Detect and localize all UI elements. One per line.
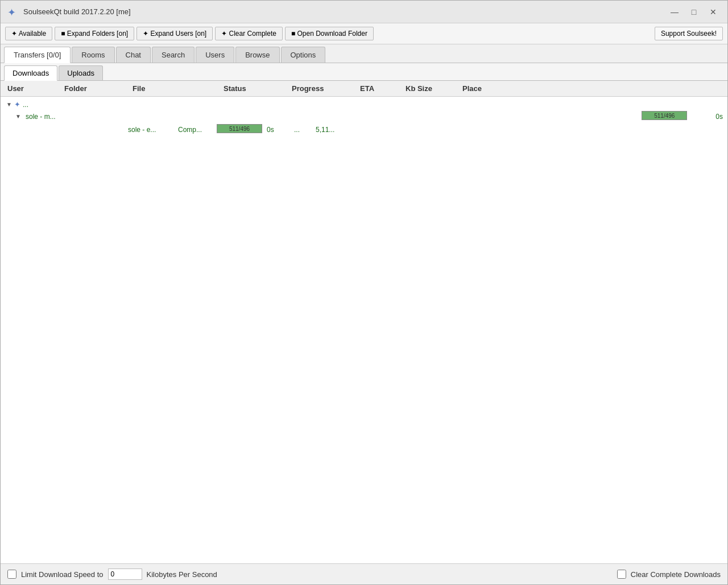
main-tabs: Transfers [0/0] Rooms Chat Search Users … (1, 44, 727, 63)
speed-value-input[interactable] (108, 568, 142, 580)
content-area: Downloads Uploads User Folder File Statu… (1, 63, 727, 563)
download-list: ▼ ✦ ... ▼ sole - m... 511/496 (1, 97, 727, 563)
clear-complete-checkbox[interactable] (617, 570, 626, 579)
tab-options[interactable]: Options (281, 47, 326, 63)
maximize-button[interactable]: □ (686, 5, 701, 19)
tab-search[interactable]: Search (152, 47, 195, 63)
tab-transfers[interactable]: Transfers [0/0] (4, 47, 71, 63)
app-icon: ✦ (7, 6, 19, 18)
sub-tab-uploads[interactable]: Uploads (59, 65, 103, 80)
col-folder: Folder (62, 83, 130, 94)
file-eta: 0s (267, 126, 289, 134)
progress-label: 511/496 (642, 112, 686, 120)
speed-unit-label: Kilobytes Per Second (147, 570, 217, 579)
tab-chat[interactable]: Chat (116, 47, 151, 63)
expand-users-button[interactable]: ✦ Expand Users [on] (136, 27, 213, 40)
table-row[interactable]: sole - e... Comp... 511/496 0s ... 5,11.… (5, 123, 723, 136)
support-button[interactable]: Support Soulseek! (655, 27, 723, 40)
table-row[interactable]: ▼ sole - m... 511/496 0s (5, 110, 723, 123)
window-controls: — □ ✕ (667, 5, 721, 19)
table-row[interactable]: ▼ ✦ ... (5, 99, 723, 110)
file-kbsize: ... (294, 126, 311, 134)
col-user: User (5, 83, 62, 94)
minimize-button[interactable]: — (667, 5, 682, 19)
eta-label: 0s (715, 113, 723, 121)
title-bar: ✦ SoulseekQt build 2017.2.20 [me] — □ ✕ (1, 1, 727, 23)
main-window: ✦ SoulseekQt build 2017.2.20 [me] — □ ✕ … (0, 0, 728, 585)
table-header: User Folder File Status Progress ETA Kb … (1, 81, 727, 97)
available-button[interactable]: ✦ Available (5, 27, 52, 40)
col-progress: Progress (289, 83, 358, 94)
clear-complete-button[interactable]: ✦ Clear Complete (215, 27, 283, 40)
limit-speed-label: Limit Download Speed to (21, 570, 104, 579)
tab-rooms[interactable]: Rooms (72, 47, 114, 63)
limit-speed-checkbox[interactable] (7, 570, 16, 579)
expand-arrow-icon: ▼ (6, 101, 14, 108)
open-download-folder-button[interactable]: ■ Open Download Folder (285, 27, 374, 40)
subgroup-label: sole - m... (26, 113, 56, 121)
col-eta: ETA (358, 83, 403, 94)
bottom-bar: Limit Download Speed to Kilobytes Per Se… (1, 563, 727, 584)
file-status: Comp... (178, 126, 212, 134)
col-status: Status (221, 83, 289, 94)
expand-folders-button[interactable]: ■ Expand Folders [on] (55, 27, 134, 40)
file-name: sole - e... (128, 126, 173, 134)
expand-subarrow-icon: ▼ (15, 113, 23, 120)
content-wrapper: ▼ ✦ ... ▼ sole - m... 511/496 (1, 97, 727, 563)
tab-browse[interactable]: Browse (235, 47, 279, 63)
group-icon: ✦ (14, 100, 20, 109)
tab-users[interactable]: Users (196, 47, 234, 63)
file-progress-label: 511/496 (217, 125, 262, 133)
clear-complete-downloads-label: Clear Complete Downloads (631, 570, 721, 579)
sub-tabs: Downloads Uploads (1, 63, 727, 81)
col-file: File (130, 83, 221, 94)
col-place: Place (460, 83, 517, 94)
col-kbsize: Kb Size (403, 83, 460, 94)
file-place: 5,11... (316, 126, 334, 134)
close-button[interactable]: ✕ (706, 5, 721, 19)
group-label: ... (23, 101, 28, 109)
toolbar: ✦ Available ■ Expand Folders [on] ✦ Expa… (1, 23, 727, 44)
window-title: SoulseekQt build 2017.2.20 [me] (23, 7, 667, 16)
sub-tab-downloads[interactable]: Downloads (4, 65, 57, 81)
